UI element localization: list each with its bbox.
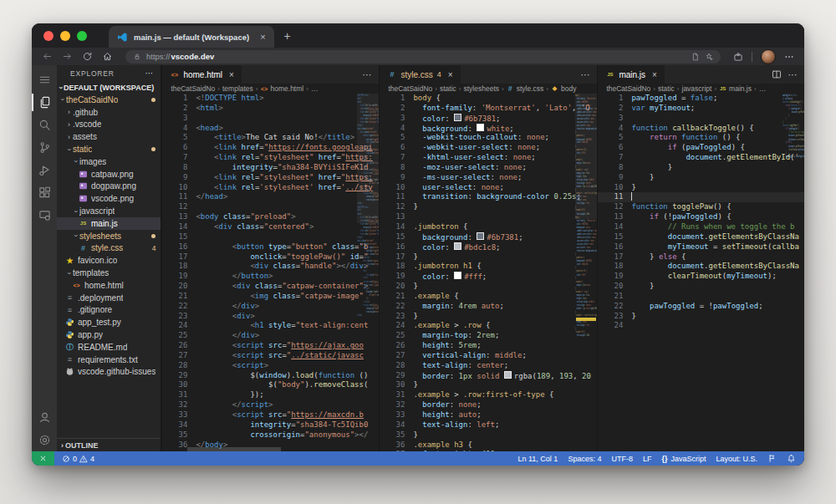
reload-button[interactable]	[82, 51, 93, 62]
profile-avatar[interactable]	[761, 49, 776, 64]
breadcrumb-item[interactable]: style.css	[517, 84, 544, 93]
tree-item--vscode[interactable]: ›.vscode	[57, 119, 161, 131]
split-editor-icon[interactable]	[772, 69, 782, 79]
breadcrumb-item[interactable]: theCatSaidNo	[606, 84, 650, 93]
code-editor-style-css[interactable]: 1body {2 font-family: 'Montserrat', 'Lat…	[380, 94, 597, 451]
tree-item-thecatsaidno[interactable]: ›theCatSaidNo	[57, 94, 161, 106]
breadcrumb-item[interactable]: body	[561, 84, 576, 93]
editor-actions-more-icon[interactable]: ⋯	[362, 69, 372, 80]
tree-item-readme-md[interactable]: ⓘREADME.md	[57, 341, 161, 354]
search-icon[interactable]	[32, 114, 57, 136]
tree-item-javascript[interactable]: ›javascript	[57, 205, 161, 217]
breadcrumb-item[interactable]: theCatSaidNo	[388, 84, 432, 93]
editor-actions-more-icon[interactable]: ⋯	[788, 69, 798, 80]
breadcrumb[interactable]: theCatSaidNo›templates›<>home.html›…	[162, 84, 379, 94]
breadcrumb-item[interactable]: …	[759, 84, 767, 93]
tree-item-assets[interactable]: ›assets	[57, 130, 161, 143]
toolbar-right	[733, 49, 794, 64]
status-eol[interactable]: LF	[643, 455, 652, 463]
remote-indicator[interactable]	[32, 451, 54, 466]
status-encoding[interactable]: UTF-8	[611, 455, 633, 463]
add-favorite-icon[interactable]	[705, 53, 713, 61]
tree-item-vscode-github-issues[interactable]: vscode.github-issues	[57, 366, 161, 379]
back-button[interactable]	[42, 51, 53, 62]
breadcrumb-item[interactable]: …	[311, 84, 319, 93]
extensions-icon[interactable]	[32, 181, 57, 204]
explorer-more-icon[interactable]: ⋯	[145, 69, 154, 78]
tree-item-catpaw-png[interactable]: catpaw.png	[57, 168, 161, 181]
tree-item-images[interactable]: ›images	[57, 155, 161, 168]
horizontal-scrollbar[interactable]	[187, 447, 357, 451]
workspace-row[interactable]: › DEFAULT (WORKSPACE)	[57, 81, 161, 94]
tree-item-dogpaw-png[interactable]: dogpaw.png	[57, 181, 161, 193]
minimize-window-button[interactable]	[60, 31, 70, 41]
close-icon[interactable]: ×	[448, 70, 453, 79]
tree-item-favicon-ico[interactable]: ★favicon.ico	[57, 254, 161, 267]
home-button[interactable]	[102, 51, 113, 62]
code-line: 9 }	[598, 173, 804, 183]
tree-item--deployment[interactable]: ≡.deployment	[57, 292, 161, 304]
zoom-window-button[interactable]	[77, 31, 87, 41]
tab-style-css[interactable]: # style.css 4 ×	[380, 65, 460, 84]
run-debug-icon[interactable]	[32, 159, 57, 181]
breadcrumb-item[interactable]: home.html	[271, 84, 304, 93]
minimap[interactable]: body { font-family: 'Montserrat', 'Lato'…	[575, 94, 597, 451]
close-icon[interactable]: ×	[652, 70, 657, 79]
problems-status[interactable]: 0 4	[54, 455, 102, 463]
minimap[interactable]: <!DOCTYPE html><html><head> <title>The C…	[357, 94, 379, 451]
close-window-button[interactable]	[43, 31, 54, 41]
breadcrumb-item[interactable]: javascript	[682, 84, 712, 93]
browser-extensions-icon[interactable]	[733, 52, 743, 62]
menu-icon[interactable]	[32, 69, 57, 91]
tree-item-app-py[interactable]: app.py	[57, 328, 161, 341]
status-cursor-position[interactable]: Ln 11, Col 1	[518, 455, 558, 463]
remote-explorer-icon[interactable]	[32, 204, 57, 227]
tree-item-style-css[interactable]: #style.css4	[57, 242, 161, 255]
breadcrumb-item[interactable]: theCatSaidNo	[171, 84, 215, 93]
breadcrumb-item[interactable]: stylesheets	[464, 84, 500, 93]
browser-menu-icon[interactable]	[784, 52, 794, 62]
scrollbar-slider[interactable]	[575, 94, 597, 219]
outline-section[interactable]: › OUTLINE	[57, 438, 161, 451]
tree-item-home-html[interactable]: <>home.html	[57, 279, 161, 292]
url-bar[interactable]: https:// vscode.dev	[125, 50, 721, 64]
settings-gear-icon[interactable]	[32, 429, 57, 451]
code-editor-home-html[interactable]: 1<!DOCTYPE html>2<html>34<head>5 <title>…	[162, 94, 379, 451]
account-icon[interactable]	[32, 406, 57, 429]
explorer-icon[interactable]	[32, 91, 57, 114]
browser-tab[interactable]: main.js — default (Workspace) ×	[109, 26, 274, 48]
tree-item-main-js[interactable]: JSmain.js	[57, 217, 161, 230]
scrollbar-slider[interactable]	[357, 94, 379, 223]
tree-item-requirements-txt[interactable]: ≡requirements.txt	[57, 354, 161, 366]
reading-mode-icon[interactable]	[691, 53, 700, 61]
image-file-icon	[79, 181, 88, 191]
editor-actions-more-icon[interactable]: ⋯	[580, 69, 590, 80]
tree-item-stylesheets[interactable]: ›stylesheets	[57, 230, 161, 242]
tree-item-vscode-png[interactable]: vscode.png	[57, 192, 161, 205]
status-language-mode[interactable]: {}JavaScript	[661, 455, 706, 463]
new-tab-button[interactable]: +	[284, 29, 291, 43]
minimap[interactable]: pawToggled = false;var myTimeout;functio…	[782, 94, 804, 451]
tab-home-html[interactable]: <> home.html ×	[162, 65, 242, 84]
breadcrumb[interactable]: theCatSaidNo›static›stylesheets›#style.c…	[380, 84, 597, 94]
tab-main-js[interactable]: JS main.js ×	[598, 65, 665, 84]
close-icon[interactable]: ×	[229, 70, 234, 79]
forward-button[interactable]	[62, 51, 73, 62]
tree-item-templates[interactable]: ›templates	[57, 267, 161, 279]
status-indentation[interactable]: Spaces: 4	[568, 455, 601, 463]
status-feedback[interactable]	[767, 454, 777, 463]
code-editor-main-js[interactable]: 1pawToggled = false;2var myTimeout;34fun…	[598, 94, 804, 451]
status-keyboard-layout[interactable]: Layout: U.S.	[716, 455, 757, 463]
tree-item--github[interactable]: ›.github	[57, 106, 161, 119]
breadcrumb-item[interactable]: templates	[222, 84, 253, 93]
tree-item-static[interactable]: ›static	[57, 143, 161, 155]
tab-close-icon[interactable]: ×	[260, 32, 265, 42]
breadcrumb-item[interactable]: static	[440, 84, 456, 93]
source-control-icon[interactable]	[32, 136, 57, 159]
breadcrumb-item[interactable]: main.js	[729, 84, 752, 93]
breadcrumb[interactable]: theCatSaidNo›static›javascript›JSmain.js…	[598, 84, 804, 94]
status-notifications[interactable]	[787, 454, 796, 463]
tree-item-app-test-py[interactable]: app_test.py	[57, 316, 161, 328]
tree-item--gitignore[interactable]: ≡.gitignore	[57, 304, 161, 317]
breadcrumb-item[interactable]: static	[658, 84, 675, 93]
